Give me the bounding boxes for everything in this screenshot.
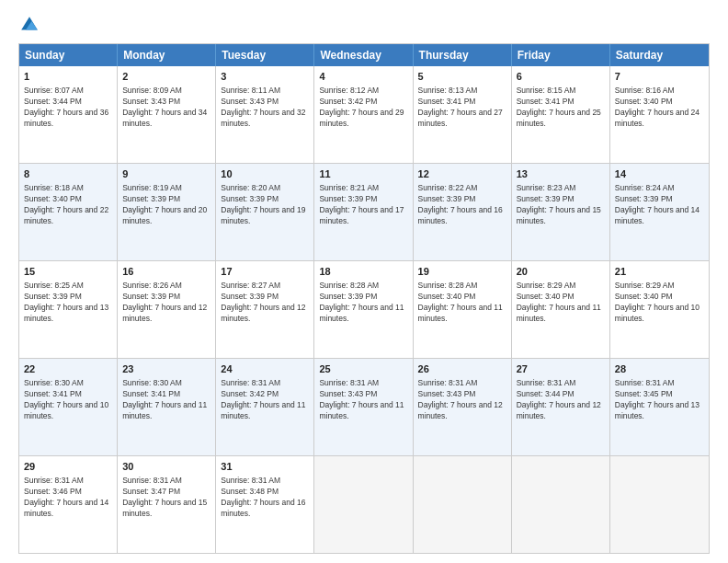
day-number: 18 [319,265,407,279]
day-cell: 30 Sunrise: 8:31 AMSunset: 3:47 PMDaylig… [118,456,216,553]
day-number: 28 [615,362,704,376]
day-cell: 27 Sunrise: 8:31 AMSunset: 3:44 PMDaylig… [512,359,610,455]
day-info: Sunrise: 8:19 AMSunset: 3:39 PMDaylight:… [122,183,207,225]
day-number: 30 [122,460,210,474]
calendar: SundayMondayTuesdayWednesdayThursdayFrid… [18,43,710,554]
day-number: 22 [24,362,112,376]
day-number: 3 [221,70,309,84]
cal-header-day: Saturday [610,44,709,66]
day-cell: 11 Sunrise: 8:21 AMSunset: 3:39 PMDaylig… [314,164,413,260]
day-info: Sunrise: 8:07 AMSunset: 3:44 PMDaylight:… [24,86,108,128]
day-info: Sunrise: 8:16 AMSunset: 3:40 PMDaylight:… [615,86,700,128]
calendar-row: 1 Sunrise: 8:07 AMSunset: 3:44 PMDayligh… [19,66,709,163]
day-number: 19 [418,265,506,279]
day-number: 16 [122,265,210,279]
day-number: 21 [615,265,704,279]
day-cell: 17 Sunrise: 8:27 AMSunset: 3:39 PMDaylig… [216,261,314,358]
day-cell: 22 Sunrise: 8:30 AMSunset: 3:41 PMDaylig… [19,359,118,455]
day-cell: 3 Sunrise: 8:11 AMSunset: 3:43 PMDayligh… [216,66,314,163]
cal-header-day: Wednesday [314,44,413,66]
header [18,14,710,36]
day-cell: 20 Sunrise: 8:29 AMSunset: 3:40 PMDaylig… [512,261,610,358]
cal-header-day: Monday [118,44,216,66]
empty-cell [610,456,709,553]
day-info: Sunrise: 8:31 AMSunset: 3:44 PMDaylight:… [517,378,601,420]
calendar-header: SundayMondayTuesdayWednesdayThursdayFrid… [19,44,709,66]
day-cell: 2 Sunrise: 8:09 AMSunset: 3:43 PMDayligh… [118,66,216,163]
day-number: 9 [122,167,210,181]
calendar-row: 22 Sunrise: 8:30 AMSunset: 3:41 PMDaylig… [19,358,709,455]
day-info: Sunrise: 8:28 AMSunset: 3:40 PMDaylight:… [418,281,503,323]
day-number: 25 [319,362,407,376]
day-number: 13 [517,167,605,181]
cal-header-day: Tuesday [216,44,314,66]
day-cell: 12 Sunrise: 8:22 AMSunset: 3:39 PMDaylig… [414,164,512,260]
day-number: 23 [122,362,210,376]
day-cell: 16 Sunrise: 8:26 AMSunset: 3:39 PMDaylig… [118,261,216,358]
day-cell: 29 Sunrise: 8:31 AMSunset: 3:46 PMDaylig… [19,456,118,553]
day-number: 10 [221,167,309,181]
day-cell: 1 Sunrise: 8:07 AMSunset: 3:44 PMDayligh… [19,66,118,163]
day-cell: 18 Sunrise: 8:28 AMSunset: 3:39 PMDaylig… [314,261,413,358]
day-info: Sunrise: 8:31 AMSunset: 3:43 PMDaylight:… [319,378,404,420]
day-number: 12 [418,167,506,181]
day-info: Sunrise: 8:27 AMSunset: 3:39 PMDaylight:… [221,281,305,323]
day-info: Sunrise: 8:13 AMSunset: 3:41 PMDaylight:… [418,86,503,128]
calendar-body: 1 Sunrise: 8:07 AMSunset: 3:44 PMDayligh… [19,66,709,553]
day-info: Sunrise: 8:12 AMSunset: 3:42 PMDaylight:… [319,86,404,128]
day-info: Sunrise: 8:20 AMSunset: 3:39 PMDaylight:… [221,183,305,225]
day-info: Sunrise: 8:11 AMSunset: 3:43 PMDaylight:… [221,86,305,128]
day-info: Sunrise: 8:29 AMSunset: 3:40 PMDaylight:… [615,281,700,323]
day-info: Sunrise: 8:31 AMSunset: 3:42 PMDaylight:… [221,378,305,420]
cal-header-day: Thursday [414,44,512,66]
day-number: 29 [24,460,112,474]
day-info: Sunrise: 8:23 AMSunset: 3:39 PMDaylight:… [517,183,601,225]
day-cell: 15 Sunrise: 8:25 AMSunset: 3:39 PMDaylig… [19,261,118,358]
day-info: Sunrise: 8:30 AMSunset: 3:41 PMDaylight:… [24,378,108,420]
day-info: Sunrise: 8:31 AMSunset: 3:47 PMDaylight:… [122,476,207,518]
day-number: 26 [418,362,506,376]
day-cell: 26 Sunrise: 8:31 AMSunset: 3:43 PMDaylig… [414,359,512,455]
cal-header-day: Friday [512,44,610,66]
day-cell: 4 Sunrise: 8:12 AMSunset: 3:42 PMDayligh… [314,66,413,163]
day-cell: 6 Sunrise: 8:15 AMSunset: 3:41 PMDayligh… [512,66,610,163]
day-number: 8 [24,167,112,181]
day-cell: 19 Sunrise: 8:28 AMSunset: 3:40 PMDaylig… [414,261,512,358]
day-info: Sunrise: 8:18 AMSunset: 3:40 PMDaylight:… [24,183,108,225]
day-info: Sunrise: 8:24 AMSunset: 3:39 PMDaylight:… [615,183,700,225]
empty-cell [512,456,610,553]
day-number: 17 [221,265,309,279]
calendar-row: 8 Sunrise: 8:18 AMSunset: 3:40 PMDayligh… [19,163,709,260]
day-info: Sunrise: 8:31 AMSunset: 3:48 PMDaylight:… [221,476,305,518]
day-cell: 14 Sunrise: 8:24 AMSunset: 3:39 PMDaylig… [610,164,709,260]
day-number: 5 [418,70,506,84]
day-info: Sunrise: 8:29 AMSunset: 3:40 PMDaylight:… [517,281,601,323]
day-cell: 31 Sunrise: 8:31 AMSunset: 3:48 PMDaylig… [216,456,314,553]
calendar-row: 29 Sunrise: 8:31 AMSunset: 3:46 PMDaylig… [19,455,709,553]
day-number: 31 [221,460,309,474]
day-cell: 5 Sunrise: 8:13 AMSunset: 3:41 PMDayligh… [414,66,512,163]
day-cell: 9 Sunrise: 8:19 AMSunset: 3:39 PMDayligh… [118,164,216,260]
day-cell: 23 Sunrise: 8:30 AMSunset: 3:41 PMDaylig… [118,359,216,455]
day-info: Sunrise: 8:28 AMSunset: 3:39 PMDaylight:… [319,281,404,323]
day-cell: 24 Sunrise: 8:31 AMSunset: 3:42 PMDaylig… [216,359,314,455]
day-number: 14 [615,167,704,181]
day-cell: 10 Sunrise: 8:20 AMSunset: 3:39 PMDaylig… [216,164,314,260]
day-number: 7 [615,70,704,84]
cal-header-day: Sunday [19,44,118,66]
day-info: Sunrise: 8:31 AMSunset: 3:45 PMDaylight:… [615,378,700,420]
day-info: Sunrise: 8:21 AMSunset: 3:39 PMDaylight:… [319,183,404,225]
logo [18,14,44,36]
day-number: 15 [24,265,112,279]
day-info: Sunrise: 8:30 AMSunset: 3:41 PMDaylight:… [122,378,207,420]
day-info: Sunrise: 8:09 AMSunset: 3:43 PMDaylight:… [122,86,207,128]
day-number: 1 [24,70,112,84]
day-number: 27 [517,362,605,376]
day-info: Sunrise: 8:15 AMSunset: 3:41 PMDaylight:… [517,86,601,128]
day-number: 2 [122,70,210,84]
day-cell: 7 Sunrise: 8:16 AMSunset: 3:40 PMDayligh… [610,66,709,163]
day-number: 4 [319,70,407,84]
day-info: Sunrise: 8:31 AMSunset: 3:43 PMDaylight:… [418,378,503,420]
day-info: Sunrise: 8:22 AMSunset: 3:39 PMDaylight:… [418,183,503,225]
day-cell: 21 Sunrise: 8:29 AMSunset: 3:40 PMDaylig… [610,261,709,358]
